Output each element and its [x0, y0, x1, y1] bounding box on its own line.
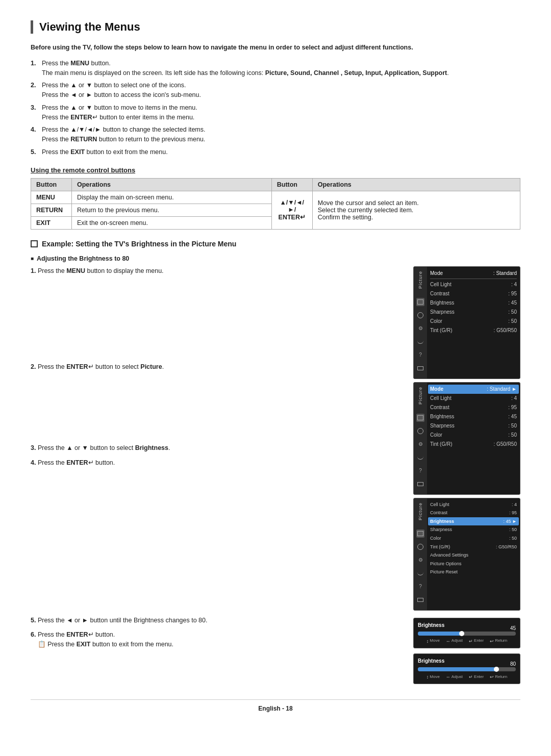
step-num-1: 1. [31, 267, 36, 274]
menu-row-brightness-2: Brightness : 45 [430, 412, 517, 421]
app-icon-3 [416, 596, 424, 604]
film-icon [417, 299, 423, 305]
move-control-1: ↕ Move [427, 638, 440, 645]
channel-icon-2: ⚙ [416, 440, 424, 448]
menu-row-sharpness-2: Sharpness : 50 [430, 421, 517, 431]
example-step-4: 4. Press the ENTER↵ button. [31, 458, 403, 468]
circle-icon [417, 312, 423, 318]
btn-exit: EXIT [31, 216, 72, 229]
sliders-col: Brightness 45 ↕ Move ↔ Adjust [413, 616, 520, 685]
example-step-3: 3. Press the ▲ or ▼ button to select Bri… [31, 443, 403, 453]
menu-row-color-1: Color : 50 [430, 317, 517, 326]
step-3: Press the ▲ or ▼ button to move to items… [31, 103, 520, 122]
slider-fill-2 [418, 667, 496, 671]
slider-title-2: Brightness [418, 657, 516, 665]
wave-icon [417, 340, 423, 344]
op-exit: Exit the on-screen menu. [72, 216, 272, 229]
sound-icon-3 [416, 543, 424, 551]
step-1-text: Press the MENU button. [42, 60, 111, 67]
question-icon-1: ? [419, 352, 422, 358]
return-icon-1: ↩ [490, 638, 494, 645]
step-3-text: Press the ▲ or ▼ button to move to items… [42, 104, 197, 111]
enter-control-2: ↵ Enter [469, 673, 484, 681]
menu-row-picturereset-3: Picture Reset [430, 568, 517, 576]
menu-row-tint-3: Tint (G/R) : G50/R50 [430, 543, 517, 551]
op-return: Return to the previous menu. [72, 204, 272, 216]
main-steps: Press the MENU button. The main menu is … [31, 59, 520, 157]
picture-icon-1 [416, 298, 424, 306]
menu-row-advanced-3: Advanced Settings [430, 551, 517, 560]
remote-section-heading: Using the remote control buttons [31, 166, 520, 174]
setup-icon-2 [416, 453, 424, 462]
col-header-button1: Button [31, 178, 72, 191]
enter-control-1: ↵ Enter [469, 638, 484, 645]
example-step-6: 6. Press the ENTER↵ button. 📋 Press the … [31, 630, 403, 649]
checkbox-icon [31, 240, 38, 247]
menu-row-contrast-1: Contrast : 95 [430, 289, 517, 298]
sidebar-label-3: Picture [418, 500, 423, 522]
menu-row-brightness-3-highlighted: Brightness : 45 ► [428, 517, 519, 526]
question-icon-3: ? [419, 584, 422, 589]
question-icon-2: ? [419, 468, 422, 473]
bottom-steps: 5. Press the ◄ or ► button until the Bri… [31, 616, 520, 685]
app-icon-2 [416, 480, 424, 488]
menu-row-brightness-1: Brightness : 45 [430, 298, 517, 308]
step-1: Press the MENU button. The main menu is … [31, 59, 520, 78]
step-1-subtext: The main menu is displayed on the screen… [42, 69, 449, 77]
btn-return: RETURN [31, 204, 72, 216]
step-num-3: 3. [31, 444, 36, 451]
slider-controls-1: ↕ Move ↔ Adjust ↵ Enter ↩ Return [418, 638, 516, 645]
slider-value-1: 45 [510, 624, 516, 633]
channel-icon-1: ⚙ [416, 324, 424, 333]
example-layout: 1. Press the MENU button to display the … [31, 266, 520, 611]
enter-icon-1: ↵ [469, 638, 473, 645]
menu-row-contrast-3: Contrast : 95 [430, 509, 517, 517]
step-num-4: 4. [31, 459, 36, 466]
btn-nav: ▲/▼/◄/►/ENTER↵ [271, 191, 312, 229]
move-icon-2: ↕ [427, 673, 429, 681]
step-2-subtext: Press the ◄ or ► button to access the ic… [42, 91, 201, 98]
brightness-slider-2: Brightness 80 ↕ Move ↔ Adjust [413, 653, 520, 684]
tv-menu-content-2: Mode : Standard ► Cell Light : 4 Contras… [427, 383, 520, 494]
intro-text: Before using the TV, follow the steps be… [31, 43, 520, 53]
menu-row-color-2: Color : 50 [430, 431, 517, 440]
gear-icon-2: ⚙ [418, 441, 423, 447]
step-5-text: Press the EXIT button to exit from the m… [42, 148, 168, 156]
step-4: Press the ▲/▼/◄/► button to change the s… [31, 125, 520, 144]
example-step-2: 2. Press the ENTER↵ button to select Pic… [31, 362, 403, 372]
sound-icon-1 [416, 311, 424, 319]
example-heading: Example: Setting the TV's Brightness in … [31, 240, 520, 248]
col-header-operations2: Operations [312, 178, 520, 191]
return-control-1: ↩ Return [490, 638, 507, 645]
step-2-text: Press the ▲ or ▼ button to select one of… [42, 82, 186, 89]
move-control-2: ↕ Move [427, 673, 440, 681]
slider-value-2: 80 [510, 660, 516, 668]
input-rect-3 [417, 598, 423, 602]
step-2: Press the ▲ or ▼ button to select one of… [31, 81, 520, 100]
page-title: Viewing the Menus [31, 20, 520, 34]
sub-heading: Adjusting the Brightness to 80 [31, 255, 520, 262]
tv-screen-1: Picture ⚙ [413, 266, 520, 379]
picture-icon-2 [416, 414, 424, 422]
step-num-5: 5. [31, 617, 36, 624]
btn-menu: MENU [31, 191, 72, 204]
table-row-menu: MENU Display the main on-screen menu. ▲/… [31, 191, 520, 204]
page-footer: English - 18 [31, 699, 520, 712]
slider-thumb-2 [494, 667, 499, 672]
brightness-slider-1: Brightness 45 ↕ Move ↔ Adjust [413, 618, 520, 648]
input-icon-2: ? [416, 467, 424, 475]
remote-table: Button Operations Button Operations MENU… [31, 178, 520, 230]
move-icon-1: ↕ [427, 638, 429, 645]
circle-icon-3 [417, 544, 423, 550]
menu-row-celllight-1: Cell Light : 4 [430, 280, 517, 289]
sound-icon-2 [416, 427, 424, 435]
menu-row-color-3: Color : 50 [430, 534, 517, 543]
spacer-2 [31, 377, 403, 443]
setup-icon-1 [416, 338, 424, 346]
tv-menu-content-3: Cell Light : 4 Contrast : 95 Brightness … [427, 498, 520, 610]
sidebar-icons-1: ⚙ ? [416, 294, 424, 376]
slider-thumb-1 [459, 631, 464, 636]
menu-row-tint-1: Tint (G/R) : G50/R50 [430, 326, 517, 335]
wave-icon-2 [417, 456, 423, 460]
example-steps-col: 1. Press the MENU button to display the … [31, 266, 403, 611]
